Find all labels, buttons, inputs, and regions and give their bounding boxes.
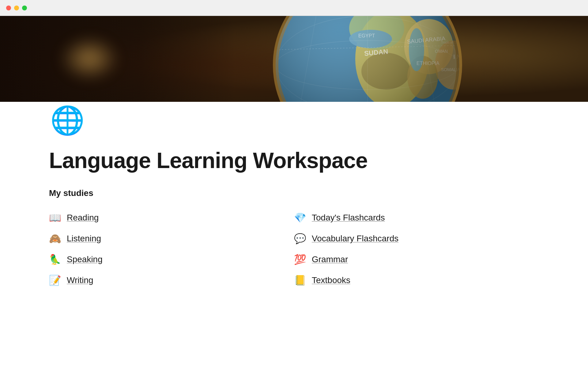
writing-label: Writing [67,275,93,285]
hero-banner: SUDAN SAUDI ARABIA EGYPT ETHIOPIA OMAN S… [0,16,588,114]
writing-emoji: 📝 [49,275,61,285]
study-item-todays-flashcards[interactable]: 💎Today's Flashcards [294,207,539,228]
study-item-reading[interactable]: 📖Reading [49,207,294,228]
svg-point-25 [276,16,459,114]
vocabulary-flashcards-emoji: 💬 [294,234,306,243]
studies-grid: 📖Reading🙈Listening🦜Speaking📝Writing 💎Tod… [49,207,539,291]
listening-emoji: 🙈 [49,234,61,243]
study-item-writing[interactable]: 📝Writing [49,270,294,291]
todays-flashcards-emoji: 💎 [294,213,306,223]
page-title: Language Learning Workspace [49,148,588,173]
speaking-label: Speaking [67,255,103,264]
close-button[interactable] [6,6,11,10]
vocabulary-flashcards-label: Vocabulary Flashcards [312,234,398,243]
grammar-label: Grammar [312,255,348,264]
textbooks-label: Textbooks [312,275,350,285]
minimize-button[interactable] [14,6,19,10]
studies-right-column: 💎Today's Flashcards💬Vocabulary Flashcard… [294,207,539,291]
window-chrome [0,0,588,16]
study-item-listening[interactable]: 🙈Listening [49,228,294,249]
studies-left-column: 📖Reading🙈Listening🦜Speaking📝Writing [49,207,294,291]
page-icon: 🌐 [49,102,86,139]
todays-flashcards-label: Today's Flashcards [312,213,385,223]
section-heading: My studies [49,188,588,198]
study-item-vocabulary-flashcards[interactable]: 💬Vocabulary Flashcards [294,228,539,249]
study-item-speaking[interactable]: 🦜Speaking [49,249,294,270]
page-content: 🌐 Language Learning Workspace My studies… [0,102,588,315]
globe-container: SUDAN SAUDI ARABIA EGYPT ETHIOPIA OMAN S… [245,16,490,114]
reading-emoji: 📖 [49,213,61,223]
listening-label: Listening [67,234,101,243]
study-item-textbooks[interactable]: 📒Textbooks [294,270,539,291]
speaking-emoji: 🦜 [49,255,61,264]
grammar-emoji: 💯 [294,255,306,264]
maximize-button[interactable] [22,6,27,10]
study-item-grammar[interactable]: 💯Grammar [294,249,539,270]
hero-light-effect [59,36,120,82]
reading-label: Reading [67,213,99,223]
textbooks-emoji: 📒 [294,275,306,285]
